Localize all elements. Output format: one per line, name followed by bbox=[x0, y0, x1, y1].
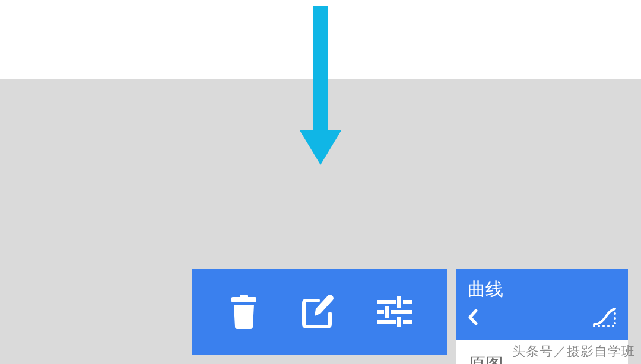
svg-point-19 bbox=[614, 317, 616, 320]
svg-rect-10 bbox=[377, 320, 396, 324]
svg-rect-11 bbox=[403, 320, 412, 324]
edit-brush-icon bbox=[302, 295, 337, 329]
svg-rect-9 bbox=[385, 306, 389, 318]
edit-button[interactable] bbox=[302, 294, 337, 330]
svg-point-13 bbox=[593, 325, 595, 327]
svg-rect-0 bbox=[313, 6, 328, 134]
svg-point-15 bbox=[602, 325, 605, 327]
svg-point-20 bbox=[614, 312, 616, 315]
svg-rect-6 bbox=[397, 296, 401, 308]
curves-header: 曲线 bbox=[456, 269, 628, 340]
chevron-left-icon bbox=[468, 309, 478, 325]
curves-nav bbox=[468, 306, 616, 334]
svg-point-16 bbox=[607, 325, 610, 327]
delete-button[interactable] bbox=[226, 294, 262, 330]
toolbar bbox=[192, 269, 447, 355]
svg-rect-4 bbox=[377, 300, 396, 304]
original-label: 原图 bbox=[468, 355, 503, 364]
svg-point-17 bbox=[612, 325, 614, 327]
curve-graph-icon bbox=[592, 306, 616, 328]
curves-title: 曲线 bbox=[468, 277, 616, 302]
svg-rect-7 bbox=[377, 310, 384, 314]
svg-rect-5 bbox=[403, 300, 412, 304]
svg-rect-12 bbox=[397, 317, 401, 327]
curve-graph-button[interactable] bbox=[592, 306, 616, 330]
tune-button[interactable] bbox=[377, 294, 412, 330]
svg-rect-8 bbox=[391, 310, 412, 314]
svg-marker-1 bbox=[300, 130, 341, 165]
pointer-arrow bbox=[300, 6, 341, 165]
svg-point-14 bbox=[598, 325, 600, 327]
svg-rect-3 bbox=[240, 295, 248, 298]
svg-point-18 bbox=[614, 322, 616, 324]
watermark: 头条号／摄影自学班 bbox=[512, 343, 635, 360]
back-button[interactable] bbox=[468, 309, 478, 328]
tune-icon bbox=[377, 296, 412, 327]
trash-icon bbox=[229, 295, 259, 329]
